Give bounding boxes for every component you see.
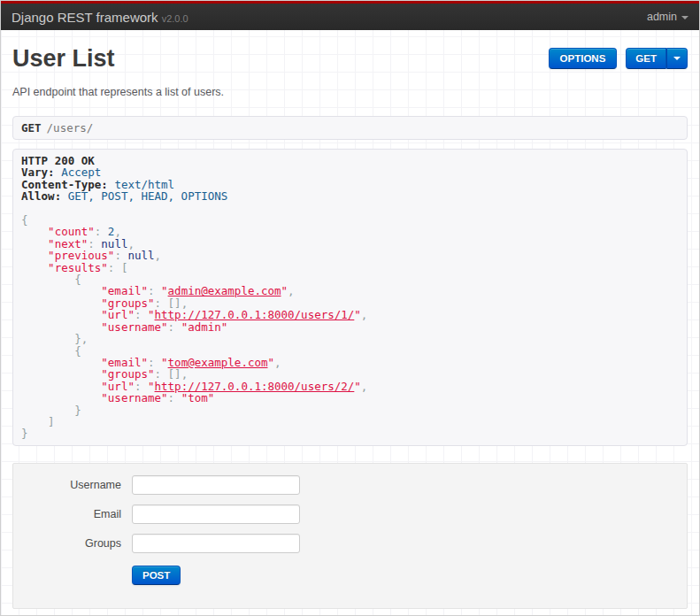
field-label-email: Email [13,504,121,524]
chevron-down-icon [673,57,681,60]
code-token: " [281,284,288,297]
chevron-down-icon [681,16,688,19]
code-token: , [361,308,368,321]
field-label-groups: Groups [13,534,121,553]
page-title: User List [12,45,115,72]
code-token: "admin" [181,320,228,334]
request-method: GET [21,121,42,135]
field-label-username: Username [13,475,121,495]
code-token: "username" [101,391,167,404]
user-menu-label: admin [647,11,677,23]
action-toolbar: OPTIONS GET [549,48,688,69]
field-controls-groups [132,534,300,553]
email-input[interactable] [132,504,300,524]
form-row-email: Email [13,504,687,524]
brand-title: Django REST framework [12,10,158,25]
groups-input[interactable] [132,534,300,553]
response-body: HTTP 200 OK Vary: Accept Content-Type: t… [12,149,688,446]
post-form: UsernameEmailGroups [13,475,687,553]
code-token: ] [48,415,55,428]
get-button[interactable]: GET [626,48,666,69]
post-button[interactable]: POST [132,566,181,585]
page-header: User List OPTIONS GET [12,45,688,72]
navbar: Django REST frameworkv2.0.0 admin [1,4,699,30]
code-token: , [274,356,281,369]
code-token: , [288,284,295,297]
response-header-name: Allow: [21,189,61,203]
username-input[interactable] [132,475,300,495]
user-menu-dropdown[interactable]: admin [647,11,688,23]
post-form-panel: UsernameEmailGroups POST [12,463,688,609]
code-token: " [354,308,361,321]
code-token: , [361,380,368,393]
code-token: "tom" [181,391,215,404]
code-token: } [74,404,81,417]
field-controls-username [132,475,300,495]
code-token: } [21,427,28,440]
code-token: " [354,380,361,393]
code-token: null [127,249,154,262]
options-button[interactable]: OPTIONS [549,48,618,69]
code-token: : [ [108,261,128,274]
request-bar: GET/users/ [12,116,688,140]
get-button-group: GET [626,48,688,69]
field-controls-email [132,504,300,524]
code-token: : [168,320,181,334]
get-format-dropdown-button[interactable] [666,48,688,69]
content-container: User List OPTIONS GET API endpoint that … [1,45,699,609]
brand-version: v2.0.0 [162,13,188,24]
form-actions: POST [132,566,687,585]
brand: Django REST frameworkv2.0.0 [12,10,188,25]
code-token: "username" [101,320,167,334]
form-row-groups: Groups [13,534,687,553]
code-token: , [155,249,162,262]
form-row-username: Username [13,475,687,495]
response-header-value: GET, POST, HEAD, OPTIONS [68,189,228,203]
browsable-api-page: Django REST frameworkv2.0.0 admin User L… [0,0,700,616]
code-token: : [168,391,181,404]
code-token: " [267,356,274,369]
request-path: /users/ [47,121,94,135]
endpoint-description: API endpoint that represents a list of u… [12,86,688,98]
